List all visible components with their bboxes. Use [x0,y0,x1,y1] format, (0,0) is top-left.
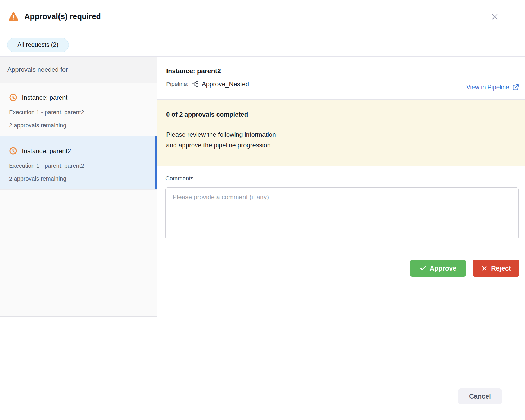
view-in-pipeline-link[interactable]: View in Pipeline [466,75,519,99]
approval-status-banner: 0 of 2 approvals completed Please review… [157,99,525,166]
approval-detail-panel: Instance: parent2 Pipeline: Approve_Nest… [157,57,525,277]
item-title-row: Instance: parent2 [9,136,148,155]
reject-button[interactable]: Reject [473,260,519,277]
item-title: Instance: parent [22,94,67,101]
clock-icon [9,147,17,155]
item-title: Instance: parent2 [22,147,71,155]
close-icon [491,12,499,21]
sidebar-header: Approvals needed for [0,57,157,83]
instance-title: Instance: parent2 [166,67,249,75]
approval-progress-text: 0 of 2 approvals completed [166,111,516,118]
comments-label: Comments [165,175,519,182]
reject-label: Reject [491,264,511,272]
external-link-icon [512,84,519,91]
item-title-row: Instance: parent [9,83,148,102]
approvals-sidebar: Approvals needed for Instance: parent Ex… [0,57,157,317]
item-remaining: 2 approvals remaining [9,175,148,182]
modal-content: Approvals needed for Instance: parent Ex… [0,56,525,420]
item-execution: Execution 1 - parent, parent2 [9,109,148,116]
check-icon [420,265,426,272]
item-execution: Execution 1 - parent, parent2 [9,162,148,169]
pipeline-row: Pipeline: Approve_Nested [166,80,249,88]
view-in-pipeline-label: View in Pipeline [466,84,509,91]
tab-all-requests[interactable]: All requests (2) [7,38,69,52]
detail-header-left: Instance: parent2 Pipeline: Approve_Nest… [166,67,249,99]
warning-triangle-icon [7,11,20,22]
banner-message-line2: and approve the pipeline progression [166,140,516,150]
banner-message-line1: Please review the following information [166,129,516,140]
pipeline-label: Pipeline: [166,81,188,88]
cancel-button[interactable]: Cancel [458,388,502,404]
action-row: Approve Reject [157,251,525,277]
comment-textarea[interactable] [165,187,519,239]
modal-title: Approval(s) required [24,12,101,21]
x-icon [481,265,488,272]
tab-row: All requests (2) [0,33,525,56]
approve-label: Approve [430,264,456,272]
close-button[interactable] [490,12,500,21]
pipeline-name: Approve_Nested [202,80,249,88]
modal-header: Approval(s) required [0,0,525,33]
pipeline-tree-icon [192,81,198,87]
approve-button[interactable]: Approve [410,260,466,277]
approval-list-item-parent2[interactable]: Instance: parent2 Execution 1 - parent, … [0,136,157,190]
item-remaining: 2 approvals remaining [9,122,148,129]
clock-icon [9,93,17,102]
approval-list-item-parent[interactable]: Instance: parent Execution 1 - parent, p… [0,83,157,136]
detail-header: Instance: parent2 Pipeline: Approve_Nest… [157,57,525,99]
approval-modal: Approval(s) required All requests (2) Ap… [0,0,525,420]
comments-section: Comments [157,166,525,239]
